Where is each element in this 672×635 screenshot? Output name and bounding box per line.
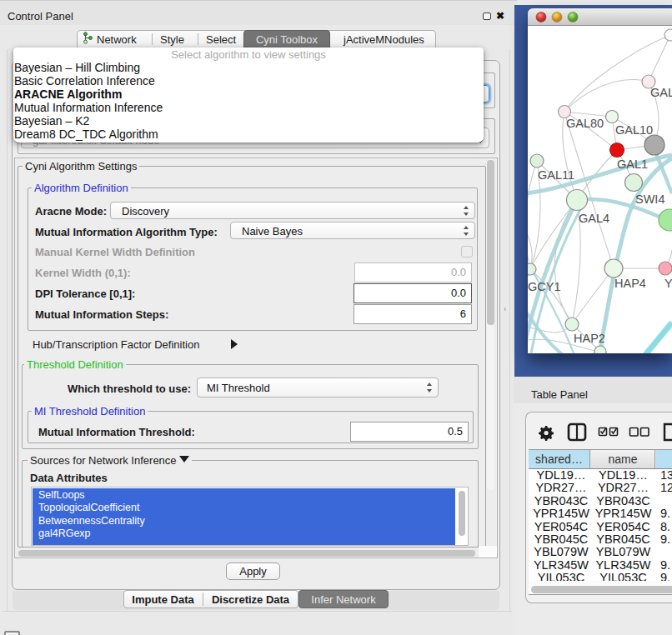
svg-text:SWI4: SWI4 xyxy=(635,192,664,206)
svg-text:HAP2: HAP2 xyxy=(574,332,605,345)
svg-text:GAL4: GAL4 xyxy=(579,212,609,225)
svg-text:GCY1: GCY1 xyxy=(528,280,561,293)
svg-text:GAL80: GAL80 xyxy=(566,117,604,130)
svg-text:GAL1: GAL1 xyxy=(617,158,648,171)
svg-text:GAL7: GAL7 xyxy=(650,86,672,99)
svg-text:GAL10: GAL10 xyxy=(615,123,653,137)
svg-text:GAL11: GAL11 xyxy=(538,168,574,182)
svg-text:Y: Y xyxy=(664,277,672,290)
svg-text:HAP4: HAP4 xyxy=(614,277,646,290)
